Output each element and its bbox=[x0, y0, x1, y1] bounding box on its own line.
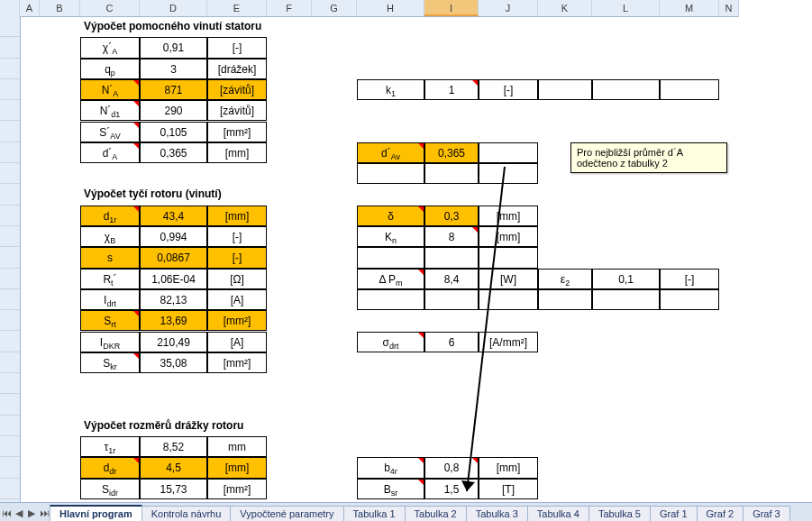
s2-val-0[interactable]: 43,4 bbox=[140, 206, 207, 226]
s1-sym-1[interactable]: qp bbox=[80, 59, 140, 79]
col-header-A[interactable]: A bbox=[20, 0, 40, 16]
r-dav-unit[interactable] bbox=[479, 142, 538, 163]
r-e11h[interactable] bbox=[357, 247, 424, 268]
col-header-L[interactable]: L bbox=[592, 0, 660, 16]
r-b4r-unit[interactable]: [mm] bbox=[479, 457, 538, 478]
r-empty7-i[interactable] bbox=[424, 163, 479, 184]
s2-val-7[interactable]: 35,08 bbox=[140, 352, 207, 373]
r-sigma-sym[interactable]: σdrt bbox=[357, 332, 424, 352]
r-empty7-j[interactable] bbox=[479, 163, 538, 184]
s2-unit-5[interactable]: [mm²] bbox=[207, 310, 267, 331]
sheet-tab-9[interactable]: Graf 2 bbox=[697, 506, 744, 521]
s2-unit-2[interactable]: [-] bbox=[207, 247, 267, 268]
s2-sym-4[interactable]: Idrt bbox=[80, 289, 140, 310]
tab-nav-last[interactable]: ⏭ bbox=[38, 505, 50, 521]
s1-sym-0[interactable]: χ´A bbox=[80, 37, 140, 58]
r-b4r-val[interactable]: 0,8 bbox=[424, 457, 479, 478]
sheet-tab-6[interactable]: Tabulka 4 bbox=[527, 506, 589, 521]
sheet-tab-1[interactable]: Kontrola návrhu bbox=[141, 506, 232, 521]
col-header-B[interactable]: B bbox=[40, 0, 80, 16]
r-e13m[interactable] bbox=[660, 289, 719, 310]
r-kn-val[interactable]: 8 bbox=[424, 226, 479, 247]
r-dav-sym[interactable]: d´Av bbox=[357, 142, 424, 163]
s2-unit-6[interactable]: [A] bbox=[207, 332, 267, 352]
col-header-K[interactable]: K bbox=[538, 0, 592, 16]
col-header-M[interactable]: M bbox=[660, 0, 719, 16]
s2-val-5[interactable]: 13,69 bbox=[140, 310, 207, 331]
s2-val-1[interactable]: 0,994 bbox=[140, 226, 207, 247]
s1-sym-3[interactable]: N´d1 bbox=[80, 100, 140, 121]
r-delta-val[interactable]: 0,3 bbox=[424, 206, 479, 226]
r-sigma-unit[interactable]: [A/mm²] bbox=[479, 332, 538, 352]
r-bsr-val[interactable]: 1,5 bbox=[424, 479, 479, 499]
r-e13j[interactable] bbox=[479, 289, 538, 310]
r-eps-sym[interactable]: ε2 bbox=[538, 269, 592, 289]
tab-nav-first[interactable]: ⏮ bbox=[0, 505, 13, 521]
r-delta-unit[interactable]: [mm] bbox=[479, 206, 538, 226]
s1-sym-2[interactable]: N´A bbox=[80, 79, 140, 100]
s3-unit-1[interactable]: [mm] bbox=[207, 457, 267, 478]
s1-unit-5[interactable]: [mm] bbox=[207, 142, 267, 163]
s2-sym-1[interactable]: χB bbox=[80, 226, 140, 247]
s1-sym-4[interactable]: S´AV bbox=[80, 122, 140, 142]
sheet-tab-0[interactable]: Hlavní program bbox=[50, 505, 142, 521]
s1-val-4[interactable]: 0,105 bbox=[140, 122, 207, 142]
sheet-tab-7[interactable]: Tabulka 5 bbox=[588, 506, 651, 521]
r-sigma-val[interactable]: 6 bbox=[424, 332, 479, 352]
s2-unit-0[interactable]: [mm] bbox=[207, 206, 267, 226]
s2-sym-2[interactable]: s bbox=[80, 247, 140, 268]
r-k1-sym[interactable]: k1 bbox=[357, 79, 424, 100]
r-eps-unit[interactable]: [-] bbox=[660, 269, 719, 289]
sheet-tab-8[interactable]: Graf 1 bbox=[650, 506, 698, 521]
r-kn-unit[interactable]: [mm] bbox=[479, 226, 538, 247]
s3-sym-0[interactable]: τ1r bbox=[80, 436, 140, 457]
tab-nav-next[interactable]: ▶ bbox=[25, 505, 38, 521]
s3-val-0[interactable]: 8,52 bbox=[140, 436, 207, 457]
col-header-E[interactable]: E bbox=[207, 0, 267, 16]
row-headers[interactable] bbox=[0, 16, 21, 520]
grid[interactable]: Výpočet pomocného vinutí statoruχ´A0,91[… bbox=[20, 16, 812, 503]
r-dpm-unit[interactable]: [W] bbox=[479, 269, 538, 289]
r-bsr-sym[interactable]: Bsr bbox=[357, 479, 424, 499]
tab-nav-prev[interactable]: ◀ bbox=[13, 505, 25, 521]
s2-val-2[interactable]: 0,0867 bbox=[140, 247, 207, 268]
s1-unit-4[interactable]: [mm²] bbox=[207, 122, 267, 142]
sheet-tab-bar[interactable]: ⏮ ◀ ▶ ⏭ Hlavní programKontrola návrhuVyp… bbox=[0, 502, 812, 521]
s2-unit-4[interactable]: [A] bbox=[207, 289, 267, 310]
col-header-F[interactable]: F bbox=[267, 0, 312, 16]
s1-unit-2[interactable]: [závitů] bbox=[207, 79, 267, 100]
r-dav-val[interactable]: 0,365 bbox=[424, 142, 479, 163]
r-e11i[interactable] bbox=[424, 247, 479, 268]
r-bsr-unit[interactable]: [T] bbox=[479, 479, 538, 499]
s3-sym-1[interactable]: ddr bbox=[80, 457, 140, 478]
s3-sym-2[interactable]: Sidr bbox=[80, 479, 140, 499]
s1-val-5[interactable]: 0,365 bbox=[140, 142, 207, 163]
col-header-I[interactable]: I bbox=[424, 0, 479, 16]
sheet-tab-5[interactable]: Tabulka 3 bbox=[466, 506, 528, 521]
col-header-D[interactable]: D bbox=[140, 0, 207, 16]
r-delta-sym[interactable]: δ bbox=[357, 206, 424, 226]
r-empty7-h[interactable] bbox=[357, 163, 424, 184]
s3-val-2[interactable]: 15,73 bbox=[140, 479, 207, 499]
s2-val-4[interactable]: 82,13 bbox=[140, 289, 207, 310]
sheet-tab-2[interactable]: Vypočtené parametry bbox=[230, 506, 343, 521]
s3-unit-2[interactable]: [mm²] bbox=[207, 479, 267, 499]
s1-val-3[interactable]: 290 bbox=[140, 100, 207, 121]
s1-val-2[interactable]: 871 bbox=[140, 79, 207, 100]
sheet-tab-3[interactable]: Tabulka 1 bbox=[343, 506, 406, 521]
r-dpm-sym[interactable]: Δ Pm bbox=[357, 269, 424, 289]
s3-val-1[interactable]: 4,5 bbox=[140, 457, 207, 478]
r-k1-val[interactable]: 1 bbox=[424, 79, 479, 100]
r-eps-val[interactable]: 0,1 bbox=[592, 269, 660, 289]
s2-sym-3[interactable]: Rt´ bbox=[80, 269, 140, 289]
col-header-N[interactable]: N bbox=[719, 0, 739, 16]
r-k1-x0[interactable] bbox=[538, 79, 592, 100]
s2-val-6[interactable]: 210,49 bbox=[140, 332, 207, 352]
s2-unit-3[interactable]: [Ω] bbox=[207, 269, 267, 289]
s1-sym-5[interactable]: d´A bbox=[80, 142, 140, 163]
s2-sym-6[interactable]: IDKR bbox=[80, 332, 140, 352]
s2-unit-1[interactable]: [-] bbox=[207, 226, 267, 247]
column-headers[interactable]: ABCDEFGHIJKLMN bbox=[0, 0, 739, 17]
r-k1-x2[interactable] bbox=[660, 79, 719, 100]
s1-unit-0[interactable]: [-] bbox=[207, 37, 267, 58]
